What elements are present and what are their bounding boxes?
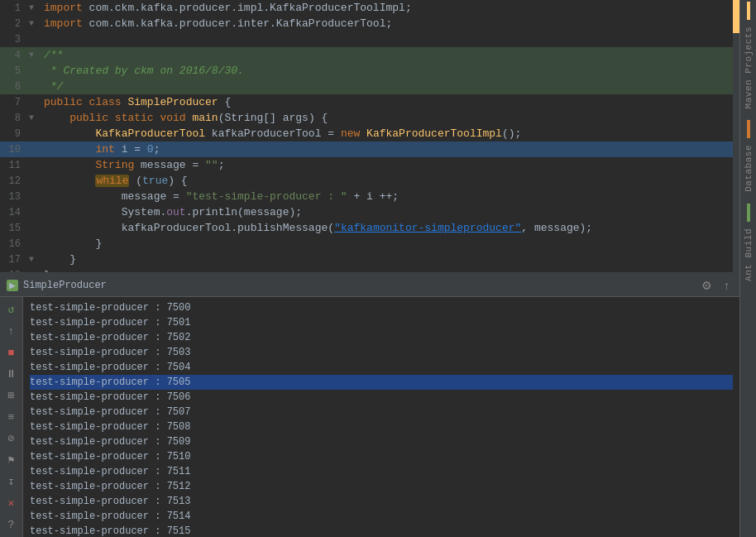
token: i = [115, 143, 147, 156]
accent-bar-3 [747, 204, 750, 222]
token: * Created by ckm on 2016/8/30. [44, 65, 244, 77]
code-line: 9 KafkaProducerTool kafkaProducerTool = … [0, 126, 739, 141]
token: class [89, 96, 128, 108]
line-number: 18 [0, 270, 29, 273]
token: "kafkamonitor-simpleproducer" [334, 222, 521, 234]
sidebar-tab-maven[interactable]: Maven Projects [741, 20, 756, 115]
token: import [44, 2, 83, 14]
toolbar-restore-button[interactable]: ⊞ [2, 386, 21, 405]
code-section[interactable]: 1▼import com.ckm.kafka.producer.impl.Kaf… [0, 0, 739, 272]
output-line: test-simple-producer : 7505 [30, 375, 733, 390]
code-line: 17▼ } [0, 252, 739, 267]
token [44, 143, 95, 156]
token: kafkaProducerTool = [205, 127, 341, 140]
run-body: ↺↑■⏸⊞≡⊘⚑↧✕? test-simple-producer : 7500t… [0, 297, 739, 537]
fold-gutter[interactable]: ▼ [29, 19, 41, 28]
token: ; [154, 143, 160, 156]
token: /** [44, 49, 63, 61]
code-content: } [41, 237, 739, 250]
token: int [95, 143, 114, 156]
toolbar-pause-button[interactable]: ⏸ [2, 365, 21, 383]
line-number: 14 [0, 207, 29, 218]
run-restore-button[interactable]: ↑ [720, 277, 733, 294]
token: com.ckm.kafka.producer.inter.KafkaProduc… [83, 17, 392, 30]
output-line: test-simple-producer : 7501 [30, 315, 733, 330]
fold-gutter[interactable]: ▼ [29, 3, 41, 12]
code-line: 5 * Created by ckm on 2016/8/30. [0, 63, 739, 79]
token: "" [205, 159, 218, 171]
code-line: 2▼import com.ckm.kafka.producer.inter.Ka… [0, 16, 739, 31]
fold-gutter[interactable]: ▼ [29, 255, 41, 264]
token [44, 127, 95, 140]
code-content: import com.ckm.kafka.producer.inter.Kafk… [41, 17, 739, 30]
code-line: 14 System.out.println(message); [0, 204, 739, 220]
token: ) { [168, 175, 187, 187]
token: message = [134, 159, 205, 171]
token: .println(message); [186, 206, 302, 218]
output-line: test-simple-producer : 7503 [30, 345, 733, 360]
code-content: while (true) { [41, 175, 739, 187]
token: com.ckm.kafka.producer.impl.KafkaProduce… [83, 2, 412, 14]
token: void [160, 112, 192, 124]
output-line: test-simple-producer : 7509 [30, 434, 733, 449]
code-line: 10 int i = 0; [0, 141, 739, 157]
output-line: test-simple-producer : 7507 [30, 405, 733, 420]
code-content: System.out.println(message); [41, 206, 739, 218]
output-line: test-simple-producer : 7502 [30, 330, 733, 345]
sidebar-tab-ant[interactable]: Ant Build [741, 222, 756, 288]
line-number: 13 [0, 191, 29, 203]
token: , message); [521, 222, 592, 234]
toolbar-up-button[interactable]: ↑ [2, 322, 21, 340]
line-number: 8 [0, 113, 29, 124]
token: while [95, 175, 129, 187]
code-line: 18} [0, 267, 739, 272]
code-content: String message = ""; [41, 159, 739, 171]
code-line: 16 } [0, 236, 739, 252]
toolbar-close3-button[interactable]: ✕ [2, 494, 21, 512]
toolbar-rerun-button[interactable]: ↺ [2, 300, 21, 319]
line-number: 12 [0, 175, 29, 187]
output-line: test-simple-producer : 7510 [30, 449, 733, 464]
run-output[interactable]: test-simple-producer : 7500test-simple-p… [23, 297, 739, 537]
fold-gutter[interactable]: ▼ [29, 113, 41, 122]
token: } [44, 269, 50, 272]
fold-gutter[interactable]: ▼ [29, 50, 41, 60]
toolbar-close2-button[interactable]: ⊘ [2, 429, 21, 448]
code-content: */ [41, 80, 739, 93]
line-number: 7 [0, 97, 29, 108]
token: static [115, 112, 160, 124]
token: true [142, 175, 168, 187]
code-line: 1▼import com.ckm.kafka.producer.impl.Kaf… [0, 0, 739, 16]
token [44, 175, 95, 187]
output-line: test-simple-producer : 7504 [30, 360, 733, 375]
editor-area: 1▼import com.ckm.kafka.producer.impl.Kaf… [0, 0, 739, 537]
line-number: 2 [0, 18, 29, 30]
output-line: test-simple-producer : 7511 [30, 464, 733, 479]
output-line: test-simple-producer : 7513 [30, 494, 733, 509]
line-number: 9 [0, 128, 29, 140]
run-panel: ▶ SimpleProducer ⚙ ↑ ↺↑■⏸⊞≡⊘⚑↧✕? test-si… [0, 272, 739, 537]
toolbar-flag-button[interactable]: ⚑ [2, 451, 21, 469]
run-tab-label[interactable]: SimpleProducer [23, 280, 107, 291]
accent-bar-1 [747, 2, 750, 20]
token: new [341, 127, 366, 140]
token: ; [218, 159, 225, 171]
sidebar-tab-database[interactable]: Database [741, 138, 756, 199]
token: message = [122, 190, 186, 203]
token [44, 206, 122, 218]
token: import [44, 17, 83, 30]
token: System. [122, 206, 167, 218]
line-number: 10 [0, 144, 29, 156]
code-line: 7public class SimpleProducer { [0, 94, 739, 110]
code-content: int i = 0; [41, 143, 739, 156]
run-icon: ▶ [7, 280, 18, 291]
toolbar-help-button[interactable]: ? [2, 515, 21, 534]
toolbar-stop-button[interactable]: ■ [2, 343, 21, 362]
run-header: ▶ SimpleProducer ⚙ ↑ [0, 274, 739, 297]
toolbar-scroll-button[interactable]: ↧ [2, 472, 21, 491]
editor-scrollbar[interactable] [733, 0, 739, 272]
toolbar-menu-button[interactable]: ≡ [2, 408, 21, 426]
token: KafkaProducerTool [95, 127, 205, 140]
run-settings-button[interactable]: ⚙ [698, 277, 715, 294]
output-line: test-simple-producer : 7506 [30, 390, 733, 405]
